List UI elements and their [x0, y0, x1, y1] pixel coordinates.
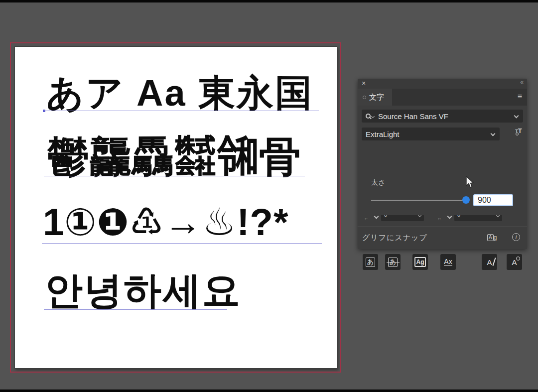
text-baseline: [42, 243, 322, 244]
chevron-down-icon[interactable]: [447, 215, 452, 219]
snap-option-rotate-guide-button[interactable]: A: [507, 254, 522, 270]
divider: [358, 226, 527, 227]
tracking-value: 0: [457, 215, 460, 218]
snap-option-x-height-button[interactable]: Ax: [440, 254, 456, 270]
text-line-kana-latin-kanji[interactable]: あア Aa 東永国: [46, 75, 313, 112]
a-ring-icon: A: [512, 258, 517, 266]
mouse-cursor: [465, 175, 475, 189]
snap-option-em-box-button[interactable]: あ: [363, 254, 378, 270]
chevron-down-icon[interactable]: [514, 114, 519, 119]
chevron-down-icon: [496, 215, 500, 217]
chevron-down-icon: [418, 215, 421, 217]
snap-to-glyph-label: グリフにスナップ: [362, 233, 427, 243]
weight-slider-handle[interactable]: [462, 196, 470, 204]
ag-g: g: [494, 234, 497, 241]
artboard-canvas[interactable]: あア Aa 東永国 鬱龘驫㍿㋿骨 1①❶♳→♨!?* 안녕하세요: [14, 46, 337, 369]
font-style-value: ExtraLight: [366, 130, 400, 138]
a-slash-icon: A: [487, 258, 492, 266]
font-family-value: Source Han Sans VF: [378, 112, 448, 121]
font-family-field[interactable]: Source Han Sans VF: [362, 110, 523, 123]
tracking-icon: VA↔: [434, 215, 445, 221]
snap-option-baseline-button[interactable]: あ: [385, 254, 401, 270]
snap-option-glyph-bounds-button[interactable]: Ag: [412, 254, 428, 270]
panel-tab-row: 文字 ≡: [358, 89, 527, 106]
kerning-tracking-row: V/A← 0 VA↔ 0: [361, 215, 524, 225]
text-baseline: [44, 111, 319, 111]
panel-body: Source Han Sans VF ExtraLight TT 太さ V/A←…: [358, 106, 527, 249]
font-style-field[interactable]: ExtraLight: [362, 128, 500, 140]
variable-font-icon[interactable]: TT: [513, 129, 524, 139]
snap-options-row: あ あ Ag Ax A A: [358, 254, 527, 271]
snap-to-glyph-ag-icon[interactable]: Ag: [487, 233, 499, 242]
ag-boxed-a: A: [487, 234, 494, 241]
vf-slider-knob: [516, 132, 519, 135]
character-panel: × « 文字 ≡ Source Han Sans VF ExtraLight T…: [358, 79, 527, 249]
bottom-black-bar: [0, 390, 538, 392]
text-baseline: [44, 176, 305, 176]
panel-menu-icon[interactable]: ≡: [518, 93, 522, 101]
collapse-panel-icon[interactable]: «: [520, 79, 523, 86]
tab-character[interactable]: 文字: [358, 89, 392, 106]
close-icon[interactable]: ×: [362, 79, 366, 87]
ax-icon: Ax: [444, 258, 452, 266]
text-baseline: [44, 309, 227, 310]
kerning-icon: V/A←: [361, 215, 372, 221]
weight-value-input[interactable]: [473, 194, 513, 206]
search-icon: [366, 114, 371, 119]
panel-header: × «: [358, 79, 527, 89]
weight-slider-track[interactable]: [371, 200, 464, 201]
boxed-kana-icon: あ: [366, 258, 375, 267]
tab-label: 文字: [369, 93, 384, 102]
chevron-down-icon: [371, 114, 375, 118]
boxed-kana-baseline-icon: あ: [388, 258, 398, 267]
kerning-select[interactable]: 0: [381, 215, 424, 221]
info-icon[interactable]: i: [512, 233, 520, 241]
chevron-down-icon[interactable]: [491, 131, 496, 136]
kerning-value: 0: [384, 215, 387, 218]
text-line-complex-kanji[interactable]: 鬱龘驫㍿㋿骨: [47, 136, 301, 178]
chevron-down-icon[interactable]: [374, 215, 379, 219]
top-black-bar: [0, 0, 538, 2]
weight-axis-label: 太さ: [371, 178, 385, 187]
text-line-hangul[interactable]: 안녕하세요: [45, 271, 242, 309]
tab-cycle-icon: [363, 96, 366, 99]
text-line-symbols[interactable]: 1①❶♳→♨!?*: [43, 203, 289, 241]
snap-option-angle-guide-button[interactable]: A: [482, 254, 497, 270]
boxed-ag-icon: Ag: [414, 257, 426, 267]
tracking-select[interactable]: 0: [454, 215, 502, 221]
